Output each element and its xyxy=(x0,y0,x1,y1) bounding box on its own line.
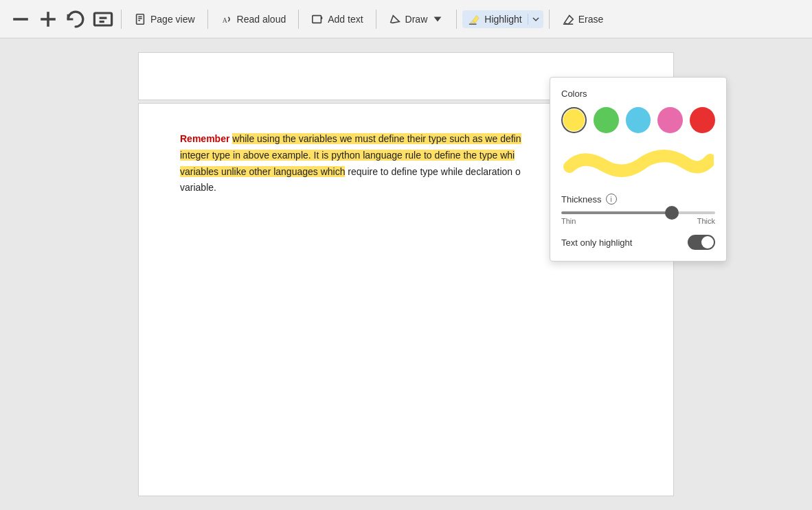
thickness-slider-thumb[interactable] xyxy=(665,206,679,220)
divider-5 xyxy=(456,10,457,29)
svg-rect-3 xyxy=(94,13,111,25)
highlight-icon xyxy=(468,13,480,25)
main-area: Remember while using the variables we mu… xyxy=(0,38,812,510)
thickness-title: Thickness xyxy=(561,194,602,205)
erase-icon xyxy=(562,13,574,25)
highlight-chevron-icon xyxy=(532,16,539,22)
highlight-panel: Colors Thickness i xyxy=(550,77,727,262)
draw-label: Draw xyxy=(405,14,428,25)
slider-container xyxy=(561,211,715,214)
divider-2 xyxy=(207,10,208,29)
thickness-slider-track[interactable] xyxy=(561,211,715,214)
toggle-knob xyxy=(701,236,714,248)
add-button[interactable] xyxy=(36,7,60,32)
text-only-label: Text only highlight xyxy=(561,237,632,248)
highlighted-text: while using the variables we must define… xyxy=(232,133,521,144)
color-swatches xyxy=(561,107,715,133)
highlight-main-button[interactable]: Highlight xyxy=(462,10,527,28)
color-swatch-green[interactable] xyxy=(594,107,619,133)
read-aloud-button[interactable]: A Read aloud xyxy=(214,9,293,30)
color-swatch-yellow[interactable] xyxy=(561,107,587,133)
divider-4 xyxy=(376,10,376,29)
color-swatch-pink[interactable] xyxy=(657,107,683,133)
divider-1 xyxy=(121,10,122,29)
slider-labels: Thin Thick xyxy=(561,217,715,225)
highlight-chevron-button[interactable] xyxy=(528,14,543,25)
color-swatch-red[interactable] xyxy=(690,107,715,133)
read-aloud-label: Read aloud xyxy=(237,14,286,25)
highlighted-text-3: variables unlike other languages which xyxy=(180,166,345,177)
divider-3 xyxy=(298,10,299,29)
highlight-button-group: Highlight xyxy=(462,10,543,28)
toolbar: Page view A Read aloud Add text Draw xyxy=(0,0,812,38)
page-view-label: Page view xyxy=(150,14,195,25)
highlight-label: Highlight xyxy=(484,14,521,25)
fit-page-button[interactable] xyxy=(91,7,115,32)
text-only-toggle[interactable] xyxy=(688,235,715,250)
color-swatch-cyan[interactable] xyxy=(626,107,651,133)
highlighted-text-2: integer type in above example. It is pyt… xyxy=(180,150,515,161)
minimize-button[interactable] xyxy=(8,7,33,32)
add-text-label: Add text xyxy=(328,14,363,25)
add-text-button[interactable]: Add text xyxy=(304,9,370,30)
thick-label: Thick xyxy=(697,217,715,225)
svg-text:A: A xyxy=(222,16,227,23)
highlight-preview xyxy=(561,143,715,184)
erase-button[interactable]: Erase xyxy=(555,9,611,30)
draw-button[interactable]: Draw xyxy=(382,9,451,30)
draw-chevron-icon xyxy=(431,13,444,25)
divider-6 xyxy=(549,10,550,29)
page-view-button[interactable]: Page view xyxy=(127,9,202,30)
colors-title: Colors xyxy=(561,89,715,99)
preview-stroke-svg xyxy=(563,146,714,181)
thickness-section: Thickness i Thin Thick xyxy=(561,194,715,225)
text-only-row: Text only highlight xyxy=(561,235,715,250)
erase-label: Erase xyxy=(578,14,604,25)
thin-label: Thin xyxy=(561,217,576,225)
thickness-info-icon[interactable]: i xyxy=(606,194,617,205)
thickness-header: Thickness i xyxy=(561,194,715,205)
remember-word: Remember xyxy=(180,133,229,144)
svg-rect-11 xyxy=(313,15,322,23)
undo-button[interactable] xyxy=(63,7,88,32)
svg-rect-6 xyxy=(137,14,144,23)
